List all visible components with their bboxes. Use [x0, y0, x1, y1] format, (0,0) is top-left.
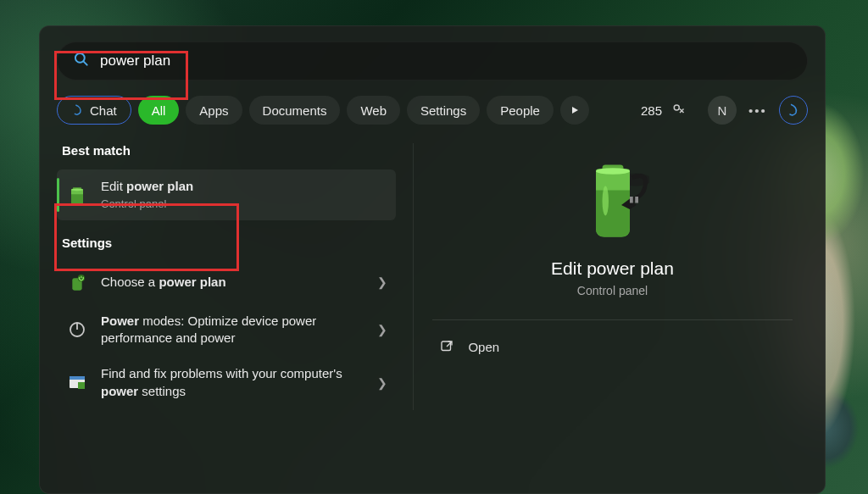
- battery-icon: [65, 183, 89, 207]
- filter-people[interactable]: People: [487, 96, 554, 125]
- settings-result-troubleshoot[interactable]: Find and fix problems with your computer…: [57, 357, 396, 408]
- preview-open-label: Open: [468, 340, 499, 354]
- svg-rect-11: [78, 382, 85, 389]
- preview-battery-icon: [576, 158, 649, 247]
- filter-more-play[interactable]: [560, 96, 589, 125]
- svg-point-2: [674, 105, 679, 110]
- filter-web[interactable]: Web: [347, 96, 400, 125]
- open-icon: [439, 339, 454, 354]
- chevron-right-icon: ❯: [377, 323, 387, 336]
- settings-result-text: Power modes: Optimize device power perfo…: [101, 313, 365, 347]
- rewards-points-value: 285: [641, 103, 662, 118]
- rewards-points[interactable]: 285: [627, 96, 701, 125]
- filter-settings-label: Settings: [420, 103, 466, 118]
- play-icon: [570, 105, 580, 115]
- search-icon: [73, 51, 90, 71]
- filter-all-label: All: [152, 103, 166, 118]
- settings-result-choose-plan[interactable]: Choose a power plan ❯: [57, 262, 396, 303]
- chevron-right-icon: ❯: [377, 376, 387, 390]
- settings-result-text: Find and fix problems with your computer…: [101, 365, 365, 400]
- preview-open-action[interactable]: Open: [432, 329, 792, 364]
- filter-web-label: Web: [360, 103, 387, 118]
- svg-point-4: [71, 188, 83, 191]
- filter-documents-label: Documents: [263, 103, 327, 118]
- search-box[interactable]: [57, 42, 808, 80]
- power-icon: [65, 318, 89, 341]
- settings-result-text: Choose a power plan: [101, 274, 365, 291]
- search-input[interactable]: [100, 53, 792, 69]
- svg-rect-10: [70, 376, 85, 380]
- svg-line-1: [84, 62, 87, 65]
- filter-chat-label: Chat: [90, 103, 117, 118]
- overflow-menu[interactable]: •••: [743, 96, 772, 125]
- settings-result-power-modes[interactable]: Power modes: Optimize device power perfo…: [57, 304, 396, 356]
- preview-pane: Edit power plan Control panel Open: [413, 143, 808, 410]
- filter-documents[interactable]: Documents: [249, 96, 341, 125]
- filter-people-label: People: [500, 103, 540, 118]
- filter-apps[interactable]: Apps: [186, 96, 242, 125]
- results-column: Best match Edit power plan Control panel…: [57, 143, 396, 410]
- filter-all[interactable]: All: [138, 96, 180, 125]
- filter-chat[interactable]: Chat: [57, 96, 131, 125]
- filter-apps-label: Apps: [199, 103, 228, 118]
- start-search-panel: Chat All Apps Documents Web Settings Peo…: [39, 25, 826, 494]
- bing-chat-button[interactable]: [779, 96, 808, 125]
- preview-subtitle: Control panel: [577, 284, 648, 297]
- section-best-match: Best match: [62, 143, 396, 158]
- chevron-right-icon: ❯: [377, 275, 387, 289]
- rewards-icon: [672, 103, 687, 118]
- filter-row: Chat All Apps Documents Web Settings Peo…: [57, 96, 808, 125]
- ellipsis-icon: •••: [748, 103, 767, 118]
- bing-icon: [786, 103, 801, 118]
- account-avatar[interactable]: N: [708, 96, 737, 125]
- best-match-text: Edit power plan Control panel: [101, 178, 387, 212]
- section-settings: Settings: [62, 236, 396, 250]
- svg-point-15: [602, 186, 609, 216]
- power-plan-icon: [65, 270, 89, 294]
- account-initial: N: [718, 103, 727, 118]
- filter-settings[interactable]: Settings: [407, 96, 480, 125]
- svg-point-14: [596, 168, 630, 175]
- svg-rect-17: [635, 197, 638, 203]
- svg-rect-16: [630, 197, 633, 203]
- troubleshoot-icon: [65, 371, 89, 395]
- svg-rect-18: [442, 341, 451, 351]
- best-match-result[interactable]: Edit power plan Control panel: [57, 169, 396, 220]
- settings-results-list: Choose a power plan ❯ Power modes: Optim…: [57, 262, 396, 408]
- preview-title: Edit power plan: [551, 258, 674, 279]
